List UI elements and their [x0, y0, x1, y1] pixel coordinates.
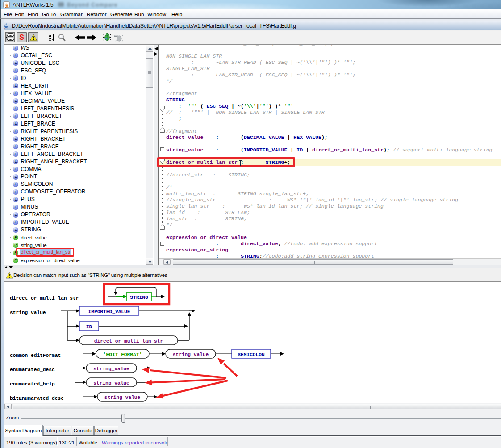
menu-grammar[interactable]: Grammar [60, 11, 83, 17]
tree-item-HEX_DIGIT[interactable]: LHEX_DIGIT [4, 82, 154, 90]
split-divider-horizontal[interactable] [4, 265, 501, 268]
tree-item-RIGHT_BRACKET[interactable]: LRIGHT_BRACKET [4, 135, 154, 143]
tree-item-label: RIGHT_ANGLE_BRACKET [21, 159, 87, 165]
warning-bar: Decision can match input such as "STRING… [4, 268, 501, 282]
lexer-rule-icon: L [13, 129, 18, 134]
tree-item-LEFT_BRACKET[interactable]: LLEFT_BRACKET [4, 113, 154, 120]
status-cell-1: 130:21 [57, 438, 76, 447]
dia-rule6-box1-label: string_value [104, 395, 141, 400]
divider-collapse-left-icon[interactable] [154, 47, 158, 50]
menu-go-to[interactable]: Go To [42, 11, 56, 17]
editor-scroll-left-button[interactable] [163, 259, 171, 265]
diagram-hscrollbar[interactable] [4, 403, 501, 410]
tree-item-label: OCTAL_ESC [21, 52, 52, 59]
dia-rule3-arrowhead-2 [162, 352, 166, 356]
dia-rule2-box2-label: ID [86, 324, 92, 330]
fold-pentagon-up-marker [160, 127, 165, 133]
divider-collapse-right-icon[interactable] [154, 52, 158, 56]
tab-syntax-diagram[interactable]: Syntax Diagram [4, 425, 43, 436]
editor-code: : SINGLE_LAN_STR ( SINGLE_LAN_STR)*; */ … [166, 45, 493, 258]
tree-item-COMPOSITE_OPERATOR[interactable]: LCOMPOSITE_OPERATOR [4, 188, 154, 196]
tab-console[interactable]: Console [72, 426, 94, 436]
tree-scroll-down-button[interactable] [146, 258, 153, 265]
code-segment: ) )* [269, 103, 284, 109]
code-line-34: : STRING;//todo:add string expression su… [166, 253, 493, 258]
document-title-bar[interactable]: D:\DevRoot\IndustrialMobileAutomation\Ha… [0, 21, 501, 30]
menu-edit[interactable]: Edit [15, 11, 24, 17]
tree-item-OCTAL_ESC[interactable]: LOCTAL_ESC [4, 52, 154, 59]
tab-interpreter[interactable]: Interpreter [43, 426, 71, 436]
forward-arrow-icon[interactable] [86, 34, 96, 42]
zoom-slider-track[interactable] [21, 418, 501, 419]
code-segment: //todo: add expression support [281, 241, 377, 247]
find-icon[interactable] [58, 33, 66, 44]
back-arrow-icon[interactable] [75, 34, 85, 42]
menu-file[interactable]: File [4, 11, 12, 17]
code-segment: : LAN_STR_HEAD ( ESC_SEQ | ~('\\'|'"') )… [166, 72, 355, 78]
zoom-slider-thumb[interactable] [121, 414, 125, 423]
tree-item-PLUS[interactable]: LPLUS [4, 196, 154, 203]
tree-item-MINUS[interactable]: LMINUS [4, 203, 154, 211]
code-line-16 [166, 141, 493, 147]
tree-item-DECIMAL_VALUE[interactable]: LDECIMAL_VALUE [4, 97, 154, 105]
tree-item-ESC_SEQ[interactable]: LESC_SEQ [4, 67, 154, 75]
tree-item-RIGHT_PARENTHESIS[interactable]: LRIGHT_PARENTHESIS [4, 128, 154, 135]
syntax-diagram-toggle-button[interactable] [5, 32, 15, 42]
editor-hscrollbar-thumb[interactable] [173, 259, 453, 265]
code-segment: DECIMAL_VALUE [244, 134, 284, 140]
dia-rule4-name: enumarated_desc [10, 367, 55, 373]
tree-item-HEX_VALUE[interactable]: LHEX_VALUE [4, 90, 154, 97]
tree-item-STRING[interactable]: LSTRING [4, 226, 154, 234]
tree-item-LEFT_ANGLE_BRACKET[interactable]: LLEFT_ANGLE_BRACKET [4, 151, 154, 158]
code-segment: SINGLE_LAN_STR [166, 66, 209, 71]
tree-item-RIGHT_ANGLE_BRACKET[interactable]: LRIGHT_ANGLE_BRACKET [4, 158, 154, 166]
grammar-editor[interactable]: : SINGLE_LAN_STR ( SINGLE_LAN_STR)*; */ … [159, 45, 501, 258]
warnings-toggle-button[interactable] [28, 32, 38, 42]
split-divider-vertical[interactable] [154, 45, 159, 265]
lexer-rule-icon: L [13, 212, 18, 218]
menu-window[interactable]: Window [147, 11, 166, 17]
warning-triangle-icon [29, 34, 38, 41]
tree-item-LEFT_BRACE[interactable]: LLEFT_BRACE [4, 120, 154, 128]
tree-item-COMMA[interactable]: LCOMMA [4, 166, 154, 173]
code-segment: | [256, 103, 259, 109]
code-segment: : ( [204, 147, 244, 153]
sort-rules-icon[interactable] [49, 34, 56, 42]
editor-hscrollbar[interactable] [159, 258, 501, 265]
tree-scrollbar[interactable] [146, 45, 153, 265]
menu-run[interactable]: Run [134, 11, 144, 17]
tree-item-label: COMMA [21, 166, 42, 172]
diagram-scroll-left-button[interactable] [4, 404, 12, 409]
menu-help[interactable]: Help [171, 11, 182, 17]
tree-item-IMPORTED_VALUE[interactable]: LIMPORTED_VALUE [4, 218, 154, 226]
debug-icon[interactable] [103, 33, 112, 43]
title-bar[interactable]: ANTLRWorks 1.5 Beyond Compare [0, 0, 501, 9]
s-toggle-button[interactable]: S [17, 32, 27, 42]
debug-remote-icon-disabled[interactable] [114, 33, 123, 43]
menu-find[interactable]: Find [28, 11, 38, 17]
tree-item-OPERATOR[interactable]: LOPERATOR [4, 211, 154, 218]
app-icon [3, 1, 10, 8]
code-line-28: lan_str : STRING; [166, 216, 493, 222]
tree-scrollbar-thumb[interactable] [146, 58, 153, 88]
lexer-rule-icon: L [13, 121, 18, 126]
tree-scroll-up-button[interactable] [146, 45, 153, 52]
tree-item-LEFT_PARENTHESIS[interactable]: LLEFT_PARENTHESIS [4, 105, 154, 113]
menu-refactor[interactable]: Refactor [87, 11, 107, 17]
diagram-hscrollbar-thumb[interactable] [13, 404, 501, 409]
dia-rule2-arrowhead-join [184, 324, 188, 328]
menu-generate[interactable]: Generate [110, 11, 132, 17]
tree-item-WS[interactable]: LWS [4, 45, 154, 52]
code-segment: ); [384, 147, 390, 153]
tree-item-label: HEX_DIGIT [21, 83, 49, 89]
tree-item-POINT[interactable]: LPOINT [4, 173, 154, 180]
tree-item-RIGHT_BRACE[interactable]: LRIGHT_BRACE [4, 143, 154, 151]
document-path: D:\DevRoot\IndustrialMobileAutomation\Ha… [12, 23, 296, 29]
tree-item-expression_or_direct_value[interactable]: Pexpression_or_direct_value [4, 256, 154, 264]
lexer-rule-icon: L [13, 182, 18, 187]
tree-item-ID[interactable]: LID [4, 75, 154, 82]
tab-debugger[interactable]: Debugger [94, 426, 118, 436]
tree-item-direct_value[interactable]: Pdirect_value [4, 234, 154, 241]
tree-item-UNICODE_ESC[interactable]: LUNICODE_ESC [4, 59, 154, 67]
tree-item-SEMICOLON[interactable]: LSEMICOLON [4, 180, 154, 188]
